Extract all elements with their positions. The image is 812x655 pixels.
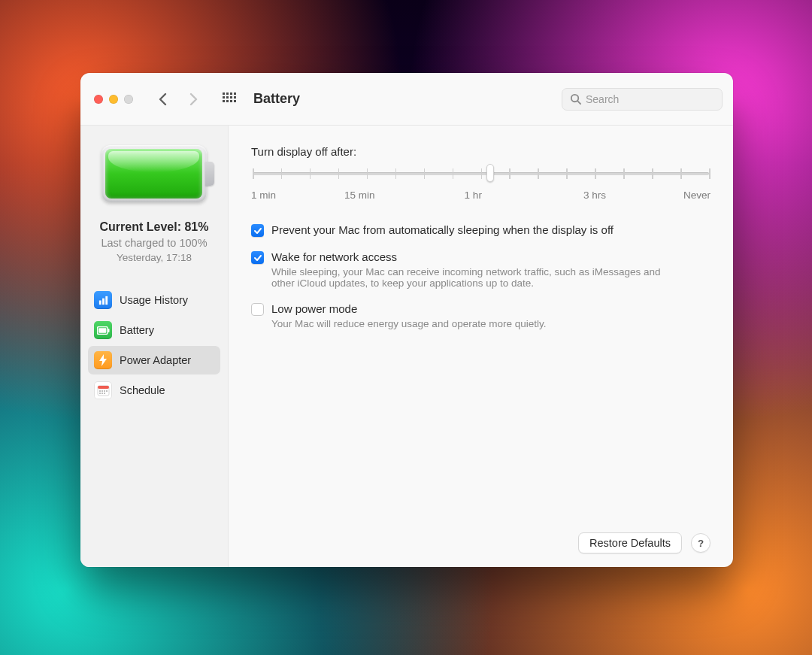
option-desc: While sleeping, your Mac can receive inc… bbox=[271, 266, 677, 289]
forward-button[interactable] bbox=[184, 90, 202, 108]
nav-arrows bbox=[154, 90, 202, 108]
current-level: Current Level: 81% bbox=[88, 220, 220, 234]
checkbox-low-power[interactable] bbox=[251, 303, 264, 316]
sidebar-item-usage-history[interactable]: Usage History bbox=[88, 286, 220, 314]
svg-rect-16 bbox=[105, 296, 108, 304]
svg-rect-14 bbox=[98, 300, 101, 305]
checkbox-prevent-sleep[interactable] bbox=[251, 224, 264, 237]
sidebar-item-power-adapter[interactable]: Power Adapter bbox=[88, 346, 220, 375]
svg-rect-11 bbox=[234, 100, 236, 102]
option-desc: Your Mac will reduce energy usage and op… bbox=[271, 318, 546, 329]
footer: Restore Defaults ? bbox=[251, 532, 710, 553]
svg-rect-7 bbox=[234, 96, 236, 99]
sidebar-nav: Usage History Battery Power Adapter bbox=[80, 286, 228, 405]
slider-thumb[interactable] bbox=[486, 164, 494, 182]
battery-icon bbox=[94, 321, 112, 339]
minimize-window-button[interactable] bbox=[109, 95, 118, 104]
schedule-icon bbox=[94, 381, 112, 399]
slider-tick-labels: 1 min 15 min 1 hr 3 hrs Never bbox=[251, 190, 710, 201]
options-list: Prevent your Mac from automatically slee… bbox=[251, 223, 710, 329]
slider-tick-label: Never bbox=[683, 190, 710, 201]
svg-rect-2 bbox=[230, 92, 232, 95]
svg-rect-9 bbox=[226, 100, 229, 102]
svg-rect-26 bbox=[99, 393, 101, 394]
svg-rect-1 bbox=[226, 92, 229, 95]
help-button[interactable]: ? bbox=[691, 533, 710, 553]
checkbox-wake-network[interactable] bbox=[251, 251, 264, 264]
sidebar-item-label: Battery bbox=[120, 324, 154, 336]
close-window-button[interactable] bbox=[94, 95, 103, 104]
last-charged: Last charged to 100% bbox=[88, 237, 220, 249]
svg-rect-15 bbox=[102, 298, 105, 304]
slider-tick-label: 1 min bbox=[251, 190, 276, 201]
window-controls bbox=[94, 95, 133, 104]
svg-rect-8 bbox=[223, 100, 225, 102]
search-field[interactable] bbox=[562, 88, 723, 111]
restore-defaults-button[interactable]: Restore Defaults bbox=[578, 532, 682, 553]
svg-rect-5 bbox=[226, 96, 229, 99]
back-button[interactable] bbox=[154, 90, 172, 108]
svg-rect-6 bbox=[230, 96, 232, 99]
option-title: Prevent your Mac from automatically slee… bbox=[271, 223, 614, 236]
sidebar-item-label: Power Adapter bbox=[120, 354, 191, 366]
sidebar-item-battery[interactable]: Battery bbox=[88, 316, 220, 344]
slider-tick-label: 3 hrs bbox=[583, 190, 606, 201]
svg-rect-21 bbox=[98, 386, 109, 389]
slider-ticks bbox=[253, 168, 709, 179]
sidebar-item-label: Usage History bbox=[120, 294, 188, 306]
battery-illustration-icon bbox=[102, 145, 207, 202]
preferences-window: Battery Current Level: 81% Last charged … bbox=[80, 73, 733, 567]
sidebar: Current Level: 81% Last charged to 100% … bbox=[80, 126, 229, 567]
svg-rect-0 bbox=[223, 92, 225, 95]
usage-history-icon bbox=[94, 291, 112, 309]
slider-tick-label: 1 hr bbox=[465, 190, 482, 201]
svg-rect-27 bbox=[102, 393, 103, 394]
sidebar-item-schedule[interactable]: Schedule bbox=[88, 376, 220, 405]
svg-rect-3 bbox=[234, 92, 236, 95]
titlebar: Battery bbox=[80, 73, 733, 126]
window-title: Battery bbox=[253, 91, 300, 107]
svg-rect-23 bbox=[102, 390, 103, 392]
main-pane: Turn display off after: 1 min 15 min 1 h… bbox=[229, 126, 733, 567]
search-icon bbox=[570, 93, 581, 105]
zoom-window-button[interactable] bbox=[124, 95, 133, 104]
svg-rect-22 bbox=[99, 390, 101, 392]
svg-rect-4 bbox=[223, 96, 225, 99]
slider-tick-label: 15 min bbox=[344, 190, 375, 201]
sidebar-item-label: Schedule bbox=[120, 384, 165, 396]
svg-rect-24 bbox=[104, 390, 105, 392]
option-wake-network: Wake for network access While sleeping, … bbox=[251, 250, 710, 289]
search-input[interactable] bbox=[586, 93, 714, 105]
last-charged-time: Yesterday, 17:18 bbox=[88, 252, 220, 263]
svg-rect-10 bbox=[230, 100, 232, 102]
option-title: Low power mode bbox=[271, 302, 546, 315]
svg-rect-25 bbox=[106, 390, 108, 392]
slider-label: Turn display off after: bbox=[251, 145, 710, 158]
option-prevent-sleep: Prevent your Mac from automatically slee… bbox=[251, 223, 710, 237]
power-adapter-icon bbox=[94, 351, 112, 369]
svg-rect-19 bbox=[108, 329, 109, 332]
option-title: Wake for network access bbox=[271, 250, 677, 263]
svg-rect-18 bbox=[98, 328, 106, 333]
option-low-power: Low power mode Your Mac will reduce ener… bbox=[251, 302, 710, 329]
show-all-icon[interactable] bbox=[220, 90, 238, 108]
battery-status: Current Level: 81% Last charged to 100% … bbox=[80, 220, 228, 263]
svg-line-13 bbox=[577, 101, 580, 104]
svg-rect-28 bbox=[104, 393, 105, 394]
display-off-slider[interactable] bbox=[253, 167, 709, 179]
